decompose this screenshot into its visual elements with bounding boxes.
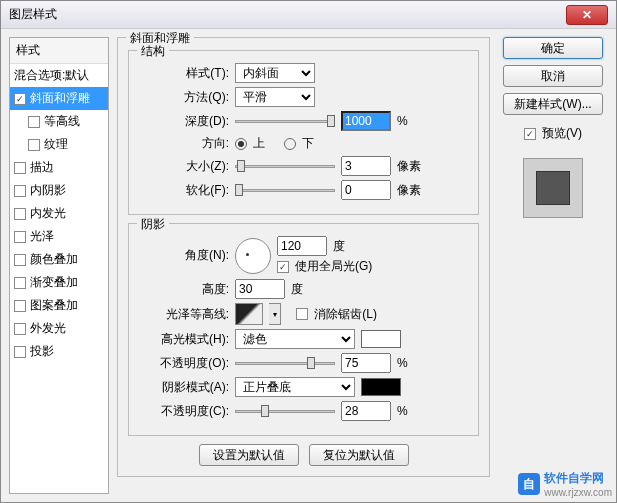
checkbox-icon[interactable] <box>14 300 26 312</box>
sidebar-item-outer-glow[interactable]: 外发光 <box>10 317 108 340</box>
checkbox-icon[interactable] <box>14 277 26 289</box>
checkbox-icon[interactable] <box>28 116 40 128</box>
checkbox-icon[interactable] <box>14 323 26 335</box>
antialias-checkbox[interactable] <box>296 308 308 320</box>
shading-group: 阴影 角度(N): 度 使用全局光(G) 高度:度 光泽等高线:▾ 消除锯齿(L… <box>128 223 479 436</box>
sidebar-header: 样式 <box>10 38 108 64</box>
shadow-opacity-input[interactable] <box>341 401 391 421</box>
close-icon: ✕ <box>582 8 592 22</box>
global-light-checkbox[interactable] <box>277 261 289 273</box>
technique-select[interactable]: 平滑 <box>235 87 315 107</box>
size-input[interactable] <box>341 156 391 176</box>
new-style-button[interactable]: 新建样式(W)... <box>503 93 603 115</box>
titlebar: 图层样式 ✕ <box>1 1 616 29</box>
cancel-button[interactable]: 取消 <box>503 65 603 87</box>
gloss-contour-picker[interactable] <box>235 303 263 325</box>
preview-swatch <box>536 171 570 205</box>
checkbox-icon[interactable] <box>14 208 26 220</box>
direction-down-radio[interactable] <box>284 138 296 150</box>
highlight-mode-select[interactable]: 滤色 <box>235 329 355 349</box>
highlight-opacity-slider[interactable] <box>235 354 335 372</box>
set-default-button[interactable]: 设置为默认值 <box>199 444 299 466</box>
highlight-opacity-input[interactable] <box>341 353 391 373</box>
checkbox-icon[interactable] <box>14 346 26 358</box>
preview-checkbox[interactable] <box>524 128 536 140</box>
structure-title: 结构 <box>137 43 169 60</box>
reset-default-button[interactable]: 复位为默认值 <box>309 444 409 466</box>
style-select[interactable]: 内斜面 <box>235 63 315 83</box>
watermark-badge: 自 <box>518 473 540 495</box>
highlight-color-swatch[interactable] <box>361 330 401 348</box>
checkbox-icon[interactable] <box>14 93 26 105</box>
altitude-input[interactable] <box>235 279 285 299</box>
bevel-group: 斜面和浮雕 结构 样式(T):内斜面 方法(Q):平滑 深度(D):% 方向:上… <box>117 37 490 477</box>
checkbox-icon[interactable] <box>14 162 26 174</box>
checkbox-icon[interactable] <box>28 139 40 151</box>
shadow-opacity-slider[interactable] <box>235 402 335 420</box>
angle-wheel[interactable] <box>235 238 271 274</box>
direction-up-radio[interactable] <box>235 138 247 150</box>
sidebar-item-bevel[interactable]: 斜面和浮雕 <box>10 87 108 110</box>
main-panel: 斜面和浮雕 结构 样式(T):内斜面 方法(Q):平滑 深度(D):% 方向:上… <box>117 37 490 494</box>
ok-button[interactable]: 确定 <box>503 37 603 59</box>
depth-input[interactable] <box>341 111 391 131</box>
checkbox-icon[interactable] <box>14 185 26 197</box>
sidebar-item-stroke[interactable]: 描边 <box>10 156 108 179</box>
sidebar-item-blend[interactable]: 混合选项:默认 <box>10 64 108 87</box>
shadow-mode-select[interactable]: 正片叠底 <box>235 377 355 397</box>
sidebar-item-satin[interactable]: 光泽 <box>10 225 108 248</box>
sidebar-item-drop-shadow[interactable]: 投影 <box>10 340 108 363</box>
depth-slider[interactable] <box>235 112 335 130</box>
sidebar-item-texture[interactable]: 纹理 <box>10 133 108 156</box>
sidebar-item-inner-glow[interactable]: 内发光 <box>10 202 108 225</box>
layer-style-dialog: 图层样式 ✕ 样式 混合选项:默认 斜面和浮雕 等高线 纹理 描边 内阴影 内发… <box>0 0 617 503</box>
styles-sidebar: 样式 混合选项:默认 斜面和浮雕 等高线 纹理 描边 内阴影 内发光 光泽 颜色… <box>9 37 109 494</box>
watermark: 自 软件自学网 www.rjzxw.com <box>518 470 612 498</box>
shadow-color-swatch[interactable] <box>361 378 401 396</box>
size-slider[interactable] <box>235 157 335 175</box>
shading-title: 阴影 <box>137 216 169 233</box>
soften-input[interactable] <box>341 180 391 200</box>
right-buttons: 确定 取消 新建样式(W)... 预览(V) <box>498 37 608 494</box>
checkbox-icon[interactable] <box>14 254 26 266</box>
soften-slider[interactable] <box>235 181 335 199</box>
sidebar-item-pattern-overlay[interactable]: 图案叠加 <box>10 294 108 317</box>
chevron-down-icon[interactable]: ▾ <box>269 303 281 325</box>
structure-group: 结构 样式(T):内斜面 方法(Q):平滑 深度(D):% 方向:上 下 大小(… <box>128 50 479 215</box>
sidebar-item-inner-shadow[interactable]: 内阴影 <box>10 179 108 202</box>
sidebar-item-color-overlay[interactable]: 颜色叠加 <box>10 248 108 271</box>
close-button[interactable]: ✕ <box>566 5 608 25</box>
checkbox-icon[interactable] <box>14 231 26 243</box>
preview-box <box>523 158 583 218</box>
sidebar-item-gradient-overlay[interactable]: 渐变叠加 <box>10 271 108 294</box>
sidebar-item-contour[interactable]: 等高线 <box>10 110 108 133</box>
window-title: 图层样式 <box>9 6 566 23</box>
angle-input[interactable] <box>277 236 327 256</box>
